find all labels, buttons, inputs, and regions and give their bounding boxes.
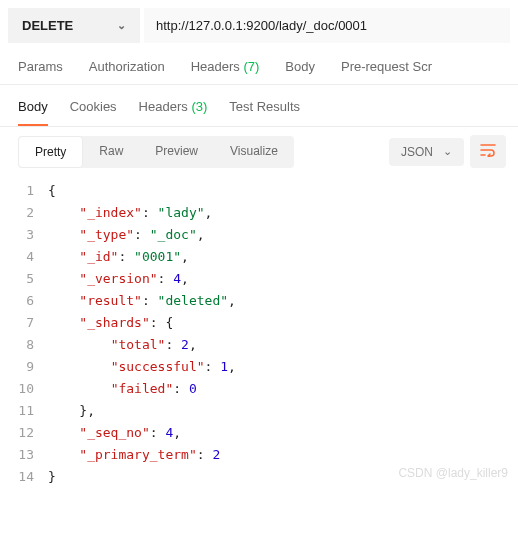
- code-text: "_type": "_doc",: [48, 224, 205, 246]
- code-text: "_primary_term": 2: [48, 444, 220, 466]
- wrap-lines-button[interactable]: [470, 135, 506, 168]
- http-method-label: DELETE: [22, 18, 73, 33]
- wrap-icon: [480, 143, 496, 157]
- line-number: 9: [0, 356, 48, 378]
- line-number: 7: [0, 312, 48, 334]
- chevron-down-icon: ⌄: [117, 19, 126, 32]
- tab-headers[interactable]: Headers (7): [191, 59, 260, 74]
- line-number: 6: [0, 290, 48, 312]
- request-bar: DELETE ⌄: [0, 0, 518, 51]
- line-number: 11: [0, 400, 48, 422]
- resp-tab-body[interactable]: Body: [18, 99, 48, 114]
- response-tabs: Body Cookies Headers (3) Test Results: [0, 85, 518, 126]
- format-select[interactable]: JSON ⌄: [389, 138, 464, 166]
- code-text: {: [48, 180, 56, 202]
- code-text: "_shards": {: [48, 312, 173, 334]
- resp-tab-cookies[interactable]: Cookies: [70, 99, 117, 114]
- view-mode-tabs: Pretty Raw Preview Visualize: [18, 136, 294, 168]
- code-text: }: [48, 466, 56, 488]
- request-tabs: Params Authorization Headers (7) Body Pr…: [0, 51, 518, 85]
- resp-tab-headers[interactable]: Headers (3): [139, 99, 208, 114]
- line-number: 5: [0, 268, 48, 290]
- line-number: 10: [0, 378, 48, 400]
- line-number: 12: [0, 422, 48, 444]
- code-text: "_seq_no": 4,: [48, 422, 181, 444]
- view-raw[interactable]: Raw: [83, 136, 139, 168]
- code-text: "total": 2,: [48, 334, 197, 356]
- code-text: "_id": "0001",: [48, 246, 189, 268]
- tab-body[interactable]: Body: [285, 59, 315, 74]
- view-preview[interactable]: Preview: [139, 136, 214, 168]
- line-number: 14: [0, 466, 48, 488]
- tab-authorization[interactable]: Authorization: [89, 59, 165, 74]
- tab-params[interactable]: Params: [18, 59, 63, 74]
- url-input[interactable]: [144, 8, 510, 43]
- format-label: JSON: [401, 145, 433, 159]
- line-number: 1: [0, 180, 48, 202]
- view-pretty[interactable]: Pretty: [18, 136, 83, 168]
- line-number: 13: [0, 444, 48, 466]
- code-text: "failed": 0: [48, 378, 197, 400]
- response-body[interactable]: 1{ 2 "_index": "lady", 3 "_type": "_doc"…: [0, 176, 518, 492]
- line-number: 3: [0, 224, 48, 246]
- code-text: "_index": "lady",: [48, 202, 212, 224]
- view-visualize[interactable]: Visualize: [214, 136, 294, 168]
- code-text: "_version": 4,: [48, 268, 189, 290]
- chevron-down-icon: ⌄: [443, 145, 452, 158]
- code-text: "result": "deleted",: [48, 290, 236, 312]
- code-text: "successful": 1,: [48, 356, 236, 378]
- headers-count: (7): [243, 59, 259, 74]
- resp-headers-count: (3): [191, 99, 207, 114]
- code-text: },: [48, 400, 95, 422]
- resp-tab-tests[interactable]: Test Results: [229, 99, 300, 114]
- tab-prerequest[interactable]: Pre-request Scr: [341, 59, 432, 74]
- http-method-select[interactable]: DELETE ⌄: [8, 8, 140, 43]
- view-bar: Pretty Raw Preview Visualize JSON ⌄: [0, 127, 518, 176]
- line-number: 8: [0, 334, 48, 356]
- line-number: 4: [0, 246, 48, 268]
- line-number: 2: [0, 202, 48, 224]
